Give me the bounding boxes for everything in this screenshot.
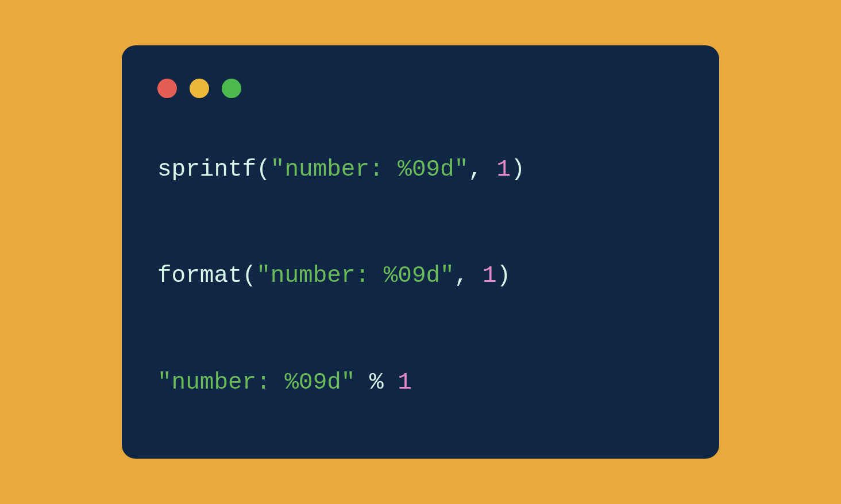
token-space [468, 262, 483, 289]
token-paren-open: ( [256, 156, 271, 183]
token-func: sprintf [157, 156, 256, 183]
close-icon[interactable] [157, 79, 177, 98]
token-number: 1 [483, 262, 497, 289]
token-string: "number: %09d" [271, 156, 468, 183]
token-string: "number: %09d" [157, 369, 355, 396]
token-space [355, 369, 369, 396]
token-space [384, 369, 398, 396]
token-string: "number: %09d" [256, 262, 454, 289]
code-line-2: format("number: %09d", 1) [157, 261, 684, 291]
token-paren-close: ) [497, 262, 511, 289]
token-comma: , [454, 262, 469, 289]
token-func: format [157, 262, 242, 289]
code-line-1: sprintf("number: %09d", 1) [157, 154, 684, 185]
token-number: 1 [398, 369, 412, 396]
code-window: sprintf("number: %09d", 1) format("numbe… [122, 45, 719, 459]
token-space [483, 156, 497, 183]
token-operator: % [369, 369, 384, 396]
code-line-3: "number: %09d" % 1 [157, 367, 684, 398]
token-number: 1 [497, 156, 511, 183]
token-paren-close: ) [511, 156, 525, 183]
token-comma: , [468, 156, 483, 183]
traffic-lights [157, 79, 684, 98]
maximize-icon[interactable] [222, 79, 241, 98]
minimize-icon[interactable] [190, 79, 209, 98]
token-paren-open: ( [242, 262, 257, 289]
code-area: sprintf("number: %09d", 1) format("numbe… [157, 154, 684, 398]
